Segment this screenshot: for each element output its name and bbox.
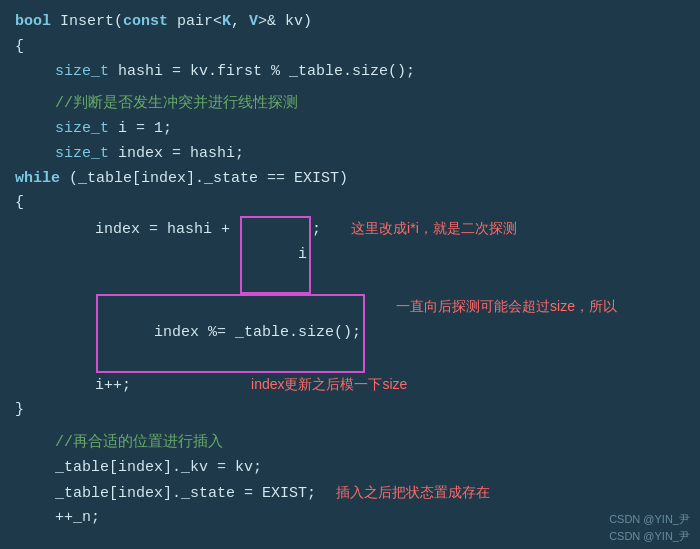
type-V: V bbox=[249, 10, 258, 35]
line-i-decl: size_t i = 1; bbox=[15, 117, 685, 142]
line-comment2: //再合适的位置进行插入 bbox=[15, 431, 685, 456]
keyword-bool: bool bbox=[15, 10, 51, 35]
watermark-line2: CSDN @YIN_尹 bbox=[609, 528, 690, 545]
type-K: K bbox=[222, 10, 231, 35]
line-kv-assign: _table[index]._kv = kv; bbox=[15, 456, 685, 481]
line-open-brace: { bbox=[15, 35, 685, 60]
line-i-increment: i++; index更新之后模一下size bbox=[15, 373, 685, 399]
line-while: while (_table[index]._state == EXIST) bbox=[15, 167, 685, 192]
code-container: bool Insert( const pair< K , V >& kv) { … bbox=[0, 0, 700, 549]
watermark: CSDN @YIN_尹 CSDN @YIN_尹 bbox=[609, 511, 690, 544]
annotation-state: 插入之后把状态置成存在 bbox=[336, 481, 490, 504]
annotation-i: 这里改成i*i，就是二次探测 bbox=[351, 217, 517, 240]
line-index-assign: index = hashi + i ; 这里改成i*i，就是二次探测 bbox=[15, 216, 685, 294]
line-while-open-brace: { bbox=[15, 191, 685, 216]
func-name: Insert( bbox=[51, 10, 123, 35]
line-signature: bool Insert( const pair< K , V >& kv) bbox=[15, 10, 685, 35]
highlight-i: i bbox=[240, 216, 311, 294]
line-comment1: //判断是否发生冲突并进行线性探测 bbox=[15, 92, 685, 117]
line-hashi: size_t hashi = kv.first % _table.size(); bbox=[15, 60, 685, 85]
line-index-decl: size_t index = hashi; bbox=[15, 142, 685, 167]
highlight-index-mod: index %= _table.size(); bbox=[96, 294, 365, 372]
annotation-mod-cont: index更新之后模一下size bbox=[251, 373, 407, 396]
line-n-increment: ++_n; bbox=[15, 506, 685, 531]
line-state-assign: _table[index]._state = EXIST; 插入之后把状态置成存… bbox=[15, 481, 685, 507]
annotation-mod: 一直向后探测可能会超过size，所以 bbox=[396, 295, 617, 318]
spacer2 bbox=[15, 423, 685, 431]
spacer1 bbox=[15, 84, 685, 92]
keyword-while: while bbox=[15, 167, 60, 192]
line-index-mod: index %= _table.size(); 一直向后探测可能会超过size，… bbox=[15, 294, 685, 372]
keyword-const: const bbox=[123, 10, 168, 35]
watermark-line1: CSDN @YIN_尹 bbox=[609, 511, 690, 528]
line-while-close-brace: } bbox=[15, 398, 685, 423]
type-pair: pair< bbox=[168, 10, 222, 35]
